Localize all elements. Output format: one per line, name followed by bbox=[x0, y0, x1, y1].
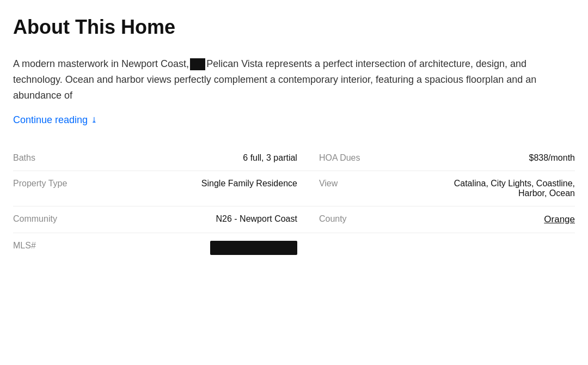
description-text: A modern masterwork in Newport Coast,Pel… bbox=[13, 56, 547, 103]
mls-value bbox=[134, 233, 302, 263]
continue-reading-label: Continue reading bbox=[13, 114, 88, 126]
about-this-home-section: About This Home A modern masterwork in N… bbox=[13, 15, 575, 263]
county-value[interactable]: Orange bbox=[423, 206, 575, 233]
community-label: Community bbox=[13, 206, 134, 233]
property-details-table: Baths 6 full, 3 partial HOA Dues $838/mo… bbox=[13, 145, 575, 263]
property-type-value: Single Family Residence bbox=[134, 171, 302, 206]
description-part1: A modern masterwork in Newport Coast, bbox=[13, 58, 189, 69]
county-label: County bbox=[302, 206, 423, 233]
view-value: Catalina, City Lights, Coastline, Harbor… bbox=[423, 171, 575, 206]
mls-redacted bbox=[210, 241, 297, 255]
table-row: Community N26 - Newport Coast County Ora… bbox=[13, 206, 575, 233]
empty-value bbox=[423, 233, 575, 263]
table-row: Baths 6 full, 3 partial HOA Dues $838/mo… bbox=[13, 145, 575, 171]
table-row: MLS# bbox=[13, 233, 575, 263]
hoa-dues-value: $838/month bbox=[423, 145, 575, 171]
mls-label: MLS# bbox=[13, 233, 134, 263]
county-link[interactable]: Orange bbox=[544, 214, 575, 224]
community-value: N26 - Newport Coast bbox=[134, 206, 302, 233]
view-label: View bbox=[302, 171, 423, 206]
empty-label bbox=[302, 233, 423, 263]
table-row: Property Type Single Family Residence Vi… bbox=[13, 171, 575, 206]
hoa-dues-label: HOA Dues bbox=[302, 145, 423, 171]
redacted-address bbox=[190, 58, 205, 70]
property-type-label: Property Type bbox=[13, 171, 134, 206]
continue-reading-button[interactable]: Continue reading ⤓ bbox=[13, 114, 97, 126]
chevron-down-icon: ⤓ bbox=[91, 115, 97, 124]
baths-label: Baths bbox=[13, 145, 134, 171]
section-title: About This Home bbox=[13, 15, 575, 39]
baths-value: 6 full, 3 partial bbox=[134, 145, 302, 171]
